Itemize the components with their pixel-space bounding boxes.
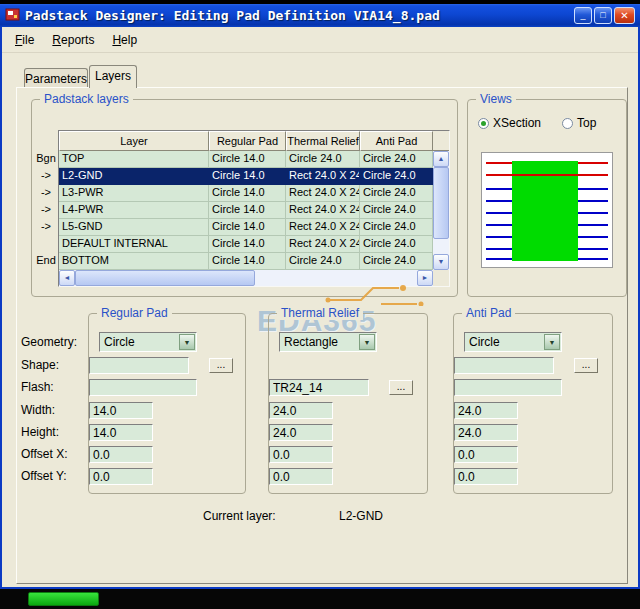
cell-anti-pad: Circle 24.0 (360, 185, 433, 202)
anti-width-field[interactable] (454, 402, 518, 419)
menu-file-rest: ile (22, 33, 34, 47)
views-title: Views (476, 92, 516, 106)
table-row-default-internal[interactable]: DEFAULT INTERNAL Circle 14.0 Rect 24.0 X… (59, 236, 433, 253)
thermal-width-field[interactable] (269, 402, 333, 419)
cell-regular-pad: Circle 14.0 (209, 185, 286, 202)
chevron-down-icon[interactable]: ▼ (179, 334, 195, 350)
regular-shape-browse-button[interactable]: ... (209, 358, 233, 373)
thermal-height-field[interactable] (269, 424, 333, 441)
scroll-left-button[interactable]: ◄ (59, 270, 75, 286)
xsection-radio-label: XSection (493, 116, 541, 130)
cell-layer: L4-PWR (59, 202, 209, 219)
chevron-down-icon[interactable]: ▼ (544, 334, 560, 350)
horizontal-scrollbar[interactable]: ◄ ► (59, 270, 433, 286)
column-header-regular-pad: Regular Pad (209, 131, 286, 151)
tab-layers[interactable]: Layers (89, 65, 137, 88)
anti-shape-field[interactable] (454, 357, 554, 374)
taskbar (0, 589, 640, 609)
maximize-button[interactable]: □ (594, 7, 612, 24)
width-label: Width: (21, 403, 85, 417)
window-title: Padstack Designer: Editing Pad Definitio… (25, 8, 440, 23)
table-row-l5-gnd[interactable]: L5-GND Circle 14.0 Rect 24.0 X 24 Circle… (59, 219, 433, 236)
titlebar[interactable]: Padstack Designer: Editing Pad Definitio… (0, 4, 640, 27)
thermal-offset-x-field[interactable] (269, 446, 333, 463)
cell-regular-pad: Circle 14.0 (209, 151, 286, 168)
menu-reports[interactable]: Reports (43, 30, 103, 50)
radio-button-icon (562, 118, 573, 129)
table-row-l4-pwr[interactable]: L4-PWR Circle 14.0 Rect 24.0 X 24 Circle… (59, 202, 433, 219)
regular-height-field[interactable] (89, 424, 153, 441)
minimize-button[interactable]: _ (574, 7, 592, 24)
cell-anti-pad: Circle 24.0 (360, 219, 433, 236)
anti-flash-field[interactable] (454, 379, 562, 396)
anti-geometry-value: Circle (469, 335, 500, 349)
table-row-l3-pwr[interactable]: L3-PWR Circle 14.0 Rect 24.0 X 24 Circle… (59, 185, 433, 202)
padstack-layers-group: Padstack layers Bgn -> -> -> -> End Laye… (31, 99, 458, 297)
cell-regular-pad: Circle 14.0 (209, 202, 286, 219)
vertical-scrollbar[interactable]: ▲ ▼ (433, 151, 449, 270)
desktop: Padstack Designer: Editing Pad Definitio… (0, 0, 640, 609)
regular-shape-field[interactable] (89, 357, 189, 374)
table-header: Layer Regular Pad Thermal Relief Anti Pa… (59, 131, 449, 151)
menubar: File Reports Help (2, 27, 638, 53)
table-row-top[interactable]: TOP Circle 14.0 Circle 24.0 Circle 24.0 (59, 151, 433, 168)
cell-thermal-relief: Rect 24.0 X 24 (286, 236, 360, 253)
tab-parameters[interactable]: Parameters (24, 68, 88, 87)
anti-shape-browse-button[interactable]: ... (574, 358, 598, 373)
scroll-up-icon: ▲ (438, 155, 445, 162)
vertical-scroll-track[interactable] (433, 239, 449, 254)
scroll-left-icon: ◄ (64, 274, 71, 281)
thermal-offset-y-field[interactable] (269, 468, 333, 485)
regular-geometry-combobox[interactable]: Circle ▼ (99, 332, 197, 352)
scroll-down-button[interactable]: ▼ (433, 254, 449, 270)
layers-table: Layer Regular Pad Thermal Relief Anti Pa… (58, 130, 450, 287)
top-radio-label: Top (577, 116, 596, 130)
anti-offset-x-field[interactable] (454, 446, 518, 463)
regular-flash-field[interactable] (89, 379, 197, 396)
scroll-up-button[interactable]: ▲ (433, 151, 449, 167)
scroll-right-button[interactable]: ► (417, 270, 433, 286)
menu-help-rest: elp (121, 33, 137, 47)
xsection-radio[interactable]: XSection (478, 116, 541, 130)
scrollbar-corner (433, 270, 449, 286)
regular-width-field[interactable] (89, 402, 153, 419)
table-rows: TOP Circle 14.0 Circle 24.0 Circle 24.0 … (59, 151, 433, 270)
regular-offset-x-field[interactable] (89, 446, 153, 463)
radio-button-icon (478, 118, 489, 129)
menu-help-key: H (112, 33, 121, 47)
cell-regular-pad: Circle 14.0 (209, 236, 286, 253)
maximize-icon: □ (600, 10, 605, 20)
app-icon[interactable] (5, 7, 20, 25)
vertical-scroll-thumb[interactable] (433, 167, 449, 239)
menu-reports-key: R (52, 33, 61, 47)
cell-regular-pad: Circle 14.0 (209, 253, 286, 270)
scroll-down-icon: ▼ (438, 258, 445, 265)
thermal-geometry-combobox[interactable]: Rectangle ▼ (279, 332, 377, 352)
horizontal-scroll-track[interactable] (255, 270, 417, 286)
menu-help[interactable]: Help (103, 30, 146, 50)
table-row-bottom[interactable]: BOTTOM Circle 14.0 Circle 24.0 Circle 24… (59, 253, 433, 270)
taskbar-item[interactable] (28, 592, 99, 606)
table-row-l2-gnd-selected[interactable]: L2-GND Circle 14.0 Rect 24.0 X 24 Circle… (59, 168, 433, 185)
geometry-label: Geometry: (21, 335, 85, 349)
close-button[interactable]: ✕ (614, 7, 635, 24)
horizontal-scroll-thumb[interactable] (75, 270, 255, 286)
cell-anti-pad: Circle 24.0 (360, 151, 433, 168)
menu-file[interactable]: File (6, 30, 43, 50)
chevron-down-icon[interactable]: ▼ (359, 334, 375, 350)
thermal-flash-browse-button[interactable]: ... (389, 380, 413, 395)
header-corner (433, 131, 449, 151)
padstack-designer-window: Padstack Designer: Editing Pad Definitio… (0, 4, 640, 589)
regular-offset-y-field[interactable] (89, 468, 153, 485)
row-marker (34, 235, 58, 252)
row-marker: -> (34, 201, 58, 218)
anti-height-field[interactable] (454, 424, 518, 441)
anti-geometry-combobox[interactable]: Circle ▼ (464, 332, 562, 352)
anti-offset-y-field[interactable] (454, 468, 518, 485)
thermal-flash-field[interactable] (269, 379, 369, 396)
close-icon: ✕ (620, 10, 628, 21)
top-radio[interactable]: Top (562, 116, 596, 130)
row-marker: -> (34, 218, 58, 235)
cell-thermal-relief: Circle 24.0 (286, 151, 360, 168)
current-layer-value: L2-GND (339, 509, 383, 523)
